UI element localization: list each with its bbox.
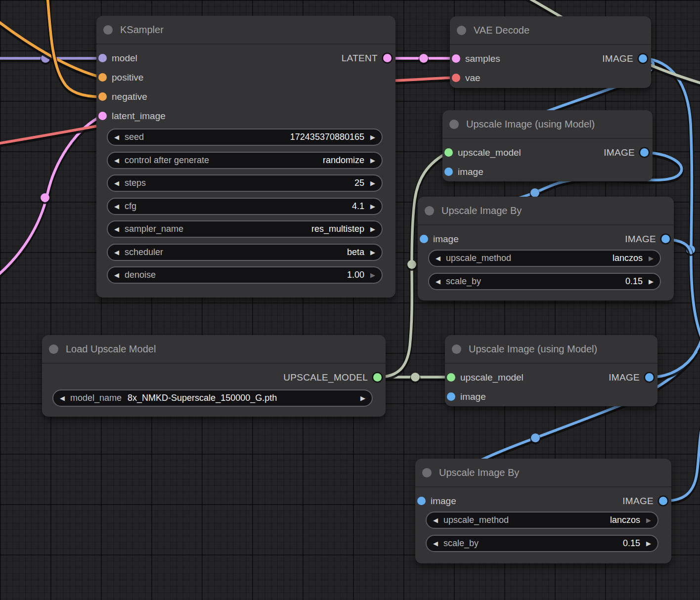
widget-value[interactable]: 0.15	[479, 538, 640, 549]
node-graph-canvas[interactable]: KSampler model LATENT positive negative …	[0, 0, 700, 600]
node-ksampler[interactable]: KSampler model LATENT positive negative …	[96, 16, 395, 298]
widget-value[interactable]: beta	[163, 247, 364, 257]
widget-value[interactable]: lanczos	[509, 515, 640, 525]
node-header[interactable]: Upscale Image By	[415, 459, 671, 487]
node-upscale-image-using-model-2[interactable]: Upscale Image (using Model) upscale_mode…	[445, 335, 657, 406]
link-midpoint-dot[interactable]	[419, 54, 428, 63]
widget-value[interactable]: 25	[146, 178, 364, 188]
widget-denoise[interactable]: ◀ denoise 1.00 ▶	[107, 266, 383, 284]
decrement-arrow-icon[interactable]: ◀	[114, 249, 119, 256]
node-header[interactable]: KSampler	[96, 16, 395, 44]
input-port-samples[interactable]	[452, 54, 460, 63]
input-port-model[interactable]	[98, 54, 107, 62]
slot-row: image IMAGE	[418, 229, 674, 249]
widget-scale-by[interactable]: ◀ scale_by 0.15 ▶	[426, 535, 658, 552]
collapse-dot-icon[interactable]	[457, 26, 466, 35]
increment-arrow-icon[interactable]: ▶	[360, 395, 365, 401]
widget-cfg[interactable]: ◀ cfg 4.1 ▶	[107, 198, 383, 215]
widget-upscale-method[interactable]: ◀ upscale_method lanczos ▶	[428, 250, 661, 267]
widget-value[interactable]: 1.00	[156, 270, 364, 280]
node-upscale-image-using-model-1[interactable]: Upscale Image (using Model) upscale_mode…	[442, 110, 653, 181]
input-port-upscale-model[interactable]	[444, 148, 453, 157]
node-upscale-image-by-2[interactable]: Upscale Image By image IMAGE ◀ upscale_m…	[415, 459, 671, 563]
collapse-dot-icon[interactable]	[49, 344, 58, 354]
node-header[interactable]: Upscale Image (using Model)	[445, 335, 657, 364]
output-port-image[interactable]	[640, 148, 649, 157]
widget-value[interactable]: lanczos	[511, 253, 643, 263]
widget-value[interactable]: 0.15	[481, 276, 643, 287]
widget-scale-by[interactable]: ◀ scale_by 0.15 ▶	[428, 273, 661, 290]
input-port-image[interactable]	[447, 392, 455, 401]
widget-value[interactable]: 8x_NMKD-Superscale_150000_G.pth	[128, 393, 277, 403]
input-label: image	[458, 167, 483, 177]
decrement-arrow-icon[interactable]: ◀	[114, 203, 119, 210]
increment-arrow-icon[interactable]: ▶	[370, 226, 375, 232]
widget-control-after-generate[interactable]: ◀ control after generate randomize ▶	[107, 152, 383, 169]
output-label: IMAGE	[604, 147, 635, 158]
link-midpoint-dot[interactable]	[407, 260, 416, 269]
decrement-arrow-icon[interactable]: ◀	[433, 540, 438, 547]
output-port-image[interactable]	[639, 54, 647, 63]
decrement-arrow-icon[interactable]: ◀	[114, 226, 119, 232]
input-label: negative	[112, 91, 147, 102]
widget-seed[interactable]: ◀ seed 172435370880165 ▶	[107, 129, 383, 146]
link-midpoint-dot[interactable]	[411, 373, 420, 382]
link-midpoint-dot[interactable]	[530, 188, 539, 197]
widget-scheduler[interactable]: ◀ scheduler beta ▶	[107, 244, 383, 261]
node-header[interactable]: Load Upscale Model	[42, 335, 386, 364]
decrement-arrow-icon[interactable]: ◀	[436, 278, 440, 285]
node-header[interactable]: Upscale Image (using Model)	[442, 110, 653, 139]
node-upscale-image-by-1[interactable]: Upscale Image By image IMAGE ◀ upscale_m…	[418, 197, 674, 300]
node-vae-decode[interactable]: VAE Decode samples IMAGE vae	[450, 16, 651, 88]
decrement-arrow-icon[interactable]: ◀	[114, 157, 119, 164]
decrement-arrow-icon[interactable]: ◀	[436, 255, 440, 261]
slot-row: upscale_model IMAGE	[445, 368, 657, 387]
increment-arrow-icon[interactable]: ▶	[649, 255, 654, 261]
widget-model-name[interactable]: ◀ model_name 8x_NMKD-Superscale_150000_G…	[52, 389, 373, 407]
widget-value[interactable]: randomize	[209, 155, 364, 166]
widget-upscale-method[interactable]: ◀ upscale_method lanczos ▶	[426, 512, 658, 529]
link-midpoint-dot[interactable]	[531, 433, 540, 442]
collapse-dot-icon[interactable]	[422, 468, 432, 477]
increment-arrow-icon[interactable]: ▶	[646, 540, 651, 547]
increment-arrow-icon[interactable]: ▶	[370, 157, 375, 164]
widget-sampler-name[interactable]: ◀ sampler_name res_multistep ▶	[107, 220, 383, 238]
widget-value[interactable]: 4.1	[136, 201, 364, 212]
input-port-image[interactable]	[417, 497, 426, 505]
decrement-arrow-icon[interactable]: ◀	[114, 272, 119, 278]
increment-arrow-icon[interactable]: ▶	[649, 278, 654, 285]
widget-steps[interactable]: ◀ steps 25 ▶	[107, 174, 383, 192]
output-port-latent[interactable]	[383, 54, 392, 62]
input-port-vae[interactable]	[452, 74, 460, 82]
collapse-dot-icon[interactable]	[103, 25, 113, 35]
widget-value[interactable]: res_multistep	[183, 224, 364, 234]
input-port-upscale-model[interactable]	[447, 373, 455, 382]
link-midpoint-dot[interactable]	[41, 193, 49, 202]
input-port-image[interactable]	[444, 168, 453, 176]
decrement-arrow-icon[interactable]: ◀	[433, 517, 438, 523]
increment-arrow-icon[interactable]: ▶	[370, 203, 375, 210]
output-port-image[interactable]	[659, 497, 667, 505]
input-port-latent-image[interactable]	[98, 112, 107, 120]
collapse-dot-icon[interactable]	[425, 206, 434, 215]
input-port-image[interactable]	[420, 235, 428, 243]
collapse-dot-icon[interactable]	[452, 344, 461, 354]
output-port-image[interactable]	[645, 373, 654, 382]
collapse-dot-icon[interactable]	[449, 120, 459, 129]
increment-arrow-icon[interactable]: ▶	[370, 272, 375, 278]
decrement-arrow-icon[interactable]: ◀	[60, 395, 65, 401]
increment-arrow-icon[interactable]: ▶	[370, 134, 375, 140]
increment-arrow-icon[interactable]: ▶	[646, 517, 651, 523]
node-header[interactable]: Upscale Image By	[418, 197, 674, 225]
increment-arrow-icon[interactable]: ▶	[370, 249, 375, 256]
input-port-positive[interactable]	[98, 73, 107, 82]
increment-arrow-icon[interactable]: ▶	[370, 180, 375, 186]
output-port-upscale-model[interactable]	[373, 373, 382, 382]
decrement-arrow-icon[interactable]: ◀	[114, 180, 119, 186]
node-header[interactable]: VAE Decode	[450, 16, 651, 45]
node-load-upscale-model[interactable]: Load Upscale Model UPSCALE_MODEL ◀ model…	[42, 335, 386, 417]
decrement-arrow-icon[interactable]: ◀	[114, 134, 119, 140]
widget-value[interactable]: 172435370880165	[144, 132, 364, 142]
input-port-negative[interactable]	[98, 92, 107, 101]
output-port-image[interactable]	[661, 235, 670, 243]
